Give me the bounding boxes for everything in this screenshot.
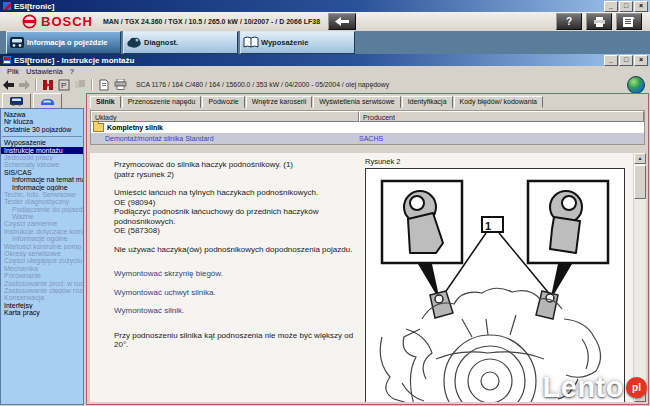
doc-vehicle-line: SCA 1176 / 164 C/480 / 164 / 15600.0 / 3… bbox=[136, 81, 389, 88]
sidebar-item: Tester diagnostyczny bbox=[1, 198, 83, 205]
scroll-thumb[interactable] bbox=[634, 165, 646, 199]
instruction-paragraph: Wymontować uchwyt silnika. bbox=[114, 288, 364, 298]
help-button[interactable]: ? bbox=[556, 13, 582, 30]
sidebar-separator bbox=[2, 133, 82, 137]
sidebar-item: Informacje ogólne bbox=[1, 235, 83, 242]
link-icon bbox=[74, 79, 86, 90]
table-row[interactable]: Demontaż/montaż silnika Standard SACHS bbox=[91, 133, 644, 144]
row-system-link[interactable]: Demontaż/montaż silnika Standard bbox=[91, 135, 359, 142]
table-group-row[interactable]: Kompletny silnik bbox=[91, 122, 644, 133]
instruction-line: Przy podnoszeniu silnika kąt podnoszenia… bbox=[114, 331, 364, 350]
sidebar-item[interactable]: Informacje na temat marki bbox=[1, 176, 83, 183]
nav-back-button[interactable] bbox=[0, 78, 16, 92]
link-button[interactable] bbox=[72, 78, 88, 92]
header-band: BOSCH MAN / TGX 24.360 / TGX / 10.5 / 26… bbox=[0, 12, 650, 31]
sidebar-item: Ważne bbox=[1, 213, 83, 220]
instruction-line: Wymontować uchwyt silnika. bbox=[114, 288, 364, 298]
tab-informacja-o-pojezdzie[interactable]: Informacja o pojeździe bbox=[6, 31, 121, 54]
watermark: Lento pl bbox=[543, 371, 647, 404]
scroll-up-icon[interactable]: ▲ bbox=[634, 153, 646, 164]
sidebar-item: Okresy serwisowe bbox=[1, 250, 83, 257]
sidebar-item[interactable]: Ostatnie 30 pojazdów bbox=[1, 126, 83, 133]
figure-caption: Rysunek 2 bbox=[365, 157, 625, 166]
table-header-row: Układy Producent bbox=[91, 111, 644, 122]
sidebar-item[interactable]: Interfejsy bbox=[1, 302, 83, 309]
instruction-line: OE (98094) bbox=[114, 198, 364, 208]
toolbar-separator bbox=[91, 79, 93, 91]
doc-window-titlebar: ESI[tronic] - Instrukcje montażu _ □ × bbox=[0, 54, 650, 66]
watermark-text: Lento bbox=[543, 371, 624, 404]
instruction-line: Umieścić łańcuch na tylnych haczykach po… bbox=[114, 188, 364, 198]
content-tab[interactable]: Silnik bbox=[90, 96, 121, 108]
sidebar-item[interactable]: Nr klucza bbox=[1, 118, 83, 125]
close-icon[interactable]: × bbox=[634, 55, 648, 66]
pin-page-button[interactable]: P bbox=[56, 78, 72, 92]
figure-callout-1: 1 bbox=[485, 220, 491, 232]
vertical-scrollbar[interactable]: ▲ ▼ bbox=[634, 153, 646, 402]
sidebar-item: Części zamienne bbox=[1, 220, 83, 227]
folder-icon bbox=[93, 123, 104, 132]
sidebar-tab-vehicle[interactable] bbox=[2, 93, 31, 109]
column-header-uklady[interactable]: Układy bbox=[91, 111, 359, 122]
toolbar: P SCA 1176 / 164 C/480 / 164 / 15600.0 /… bbox=[0, 76, 650, 93]
content-tab[interactable]: Wyświetlenia serwisowe bbox=[313, 96, 400, 108]
systems-table: Układy Producent Kompletny silnik Demont… bbox=[90, 110, 645, 145]
brand-wordmark: BOSCH bbox=[41, 14, 93, 29]
group-row-label: Kompletny silnik bbox=[107, 124, 163, 131]
main-tab-bar: Informacja o pojeździe Diagnost. Wyposaż… bbox=[0, 31, 650, 54]
minimize-icon[interactable]: _ bbox=[604, 55, 618, 66]
nav-forward-button[interactable] bbox=[16, 78, 32, 92]
content-tab[interactable]: Identyfikacja bbox=[402, 96, 453, 108]
document-button[interactable] bbox=[96, 78, 112, 92]
minimize-icon[interactable]: _ bbox=[604, 1, 618, 12]
print-button[interactable] bbox=[586, 13, 612, 30]
pin-icon: P bbox=[58, 79, 70, 91]
content-tab[interactable]: Przenoszenie napędu bbox=[122, 96, 202, 108]
sidebar-item[interactable]: Karta pracy bbox=[1, 309, 83, 316]
report-list-button[interactable] bbox=[616, 13, 642, 30]
tab-label: Wyposażenie bbox=[261, 39, 308, 47]
instruction-line: Nie używać haczyka(ów) podnośnikowych do… bbox=[114, 245, 364, 255]
svg-text:P: P bbox=[61, 81, 66, 90]
back-button[interactable] bbox=[328, 13, 356, 30]
restore-icon[interactable]: □ bbox=[619, 55, 633, 66]
menu-item-plik[interactable]: Plik bbox=[7, 67, 19, 76]
tab-wyposazenie[interactable]: Wyposażenie bbox=[240, 31, 355, 54]
close-icon[interactable]: × bbox=[634, 1, 648, 12]
content-tab-bar: SilnikPrzenoszenie napęduPodwozieWnętrze… bbox=[90, 96, 645, 108]
car-icon bbox=[40, 96, 55, 107]
document-icon bbox=[99, 79, 109, 91]
sidebar-tab-component[interactable] bbox=[33, 93, 62, 109]
sidebar-item[interactable]: Nazwa bbox=[1, 111, 83, 118]
book-icon bbox=[241, 36, 261, 49]
instruction-line: (patrz rysunek 2) bbox=[114, 170, 364, 180]
menu-item-ustawienia[interactable]: Ustawienia bbox=[26, 67, 63, 76]
instruction-line: Podłączyć podnośnik łańcuchowy do przedn… bbox=[114, 207, 364, 226]
doc-window-title: ESI[tronic] - Instrukcje montażu bbox=[14, 56, 604, 65]
column-header-producent[interactable]: Producent bbox=[359, 111, 644, 122]
sidebar-item: Mechanika bbox=[1, 265, 83, 272]
sidebar-item[interactable]: Instrukcje montażu bbox=[1, 147, 83, 154]
content-tab[interactable]: Wnętrze karoserii bbox=[246, 96, 312, 108]
content-frame: SilnikPrzenoszenie napęduPodwozieWnętrze… bbox=[86, 93, 649, 405]
sidebar-item: Jednostki pracy bbox=[1, 154, 83, 161]
menu-item-?[interactable]: ? bbox=[70, 67, 74, 76]
sidebar-item: Podłączenie do pojazdu bbox=[1, 206, 83, 213]
sidebar-item[interactable]: SIS/CAS bbox=[1, 169, 83, 176]
restore-icon[interactable]: □ bbox=[619, 1, 633, 12]
engine-lifting-diagram: 1 bbox=[366, 169, 624, 402]
sidebar-item[interactable]: Informacje ogólne bbox=[1, 184, 83, 191]
print-toolbar-button[interactable] bbox=[112, 78, 128, 92]
content-tab[interactable]: Kody błędów/ kodowania bbox=[454, 96, 543, 108]
sidebar-item[interactable]: Wyposażenie bbox=[1, 139, 83, 146]
figure-area: Rysunek 2 bbox=[365, 157, 625, 402]
content-tab[interactable]: Podwozie bbox=[202, 96, 244, 108]
instruction-text: Przymocować do silnika haczyk podnośniko… bbox=[114, 160, 364, 359]
vehicle-selection-button[interactable] bbox=[40, 78, 56, 92]
sidebar-tab-bar bbox=[2, 93, 62, 108]
tab-diagnost[interactable]: Diagnost. bbox=[123, 31, 238, 54]
sidebar-item: Porównanie bbox=[1, 272, 83, 279]
back-arrow-icon bbox=[335, 17, 349, 26]
sidebar-item: Wartości kontrolne pomp w... bbox=[1, 243, 83, 250]
truck-icon bbox=[9, 96, 24, 107]
